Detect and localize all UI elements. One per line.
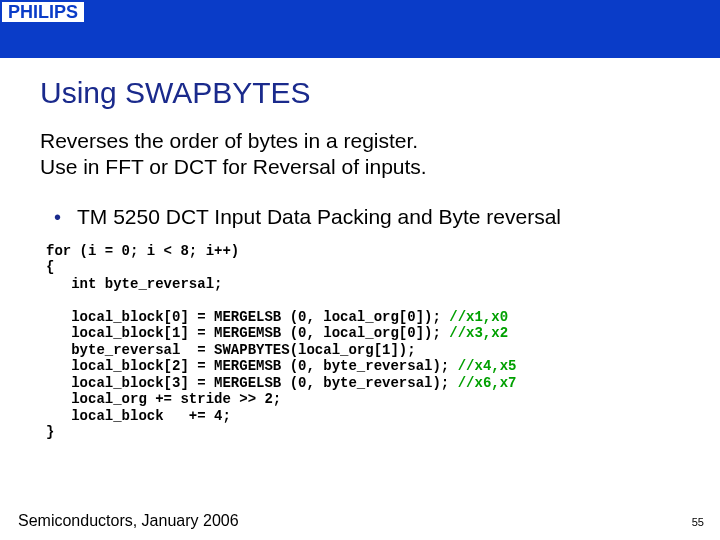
slide-subtitle: Reverses the order of bytes in a registe… bbox=[40, 128, 710, 181]
slide-body: Using SWAPBYTES Reverses the order of by… bbox=[0, 58, 720, 441]
bullet-text: TM 5250 DCT Input Data Packing and Byte … bbox=[77, 205, 561, 229]
code-line: local_block += 4; bbox=[46, 408, 231, 424]
code-line: int byte_reversal; bbox=[46, 276, 222, 292]
code-comment: //x6,x7 bbox=[458, 375, 517, 391]
code-line: local_block[3] = MERGELSB (0, byte_rever… bbox=[46, 375, 458, 391]
code-line: { bbox=[46, 259, 54, 275]
brand-logo: PHILIPS bbox=[2, 2, 84, 22]
header-bar: PHILIPS bbox=[0, 0, 720, 58]
code-line: local_block[1] = MERGEMSB (0, local_org[… bbox=[46, 325, 449, 341]
code-line: for (i = 0; i < 8; i++) bbox=[46, 243, 239, 259]
code-line: byte_reversal = SWAPBYTES(local_org[1]); bbox=[46, 342, 416, 358]
code-comment: //x1,x0 bbox=[449, 309, 508, 325]
slide-title: Using SWAPBYTES bbox=[40, 76, 710, 110]
bullet-item: • TM 5250 DCT Input Data Packing and Byt… bbox=[40, 205, 710, 229]
subtitle-line-2: Use in FFT or DCT for Reversal of inputs… bbox=[40, 155, 427, 178]
code-comment: //x3,x2 bbox=[449, 325, 508, 341]
footer-text: Semiconductors, January 2006 bbox=[18, 512, 239, 530]
page-number: 55 bbox=[692, 516, 704, 528]
logo-wrap: PHILIPS bbox=[0, 0, 84, 22]
code-line: local_block[0] = MERGELSB (0, local_org[… bbox=[46, 309, 449, 325]
code-line: local_org += stride >> 2; bbox=[46, 391, 281, 407]
code-block: for (i = 0; i < 8; i++) { int byte_rever… bbox=[46, 243, 710, 441]
code-line: } bbox=[46, 424, 54, 440]
bullet-dot-icon: • bbox=[54, 207, 61, 227]
code-comment: //x4,x5 bbox=[458, 358, 517, 374]
code-line: local_block[2] = MERGEMSB (0, byte_rever… bbox=[46, 358, 458, 374]
subtitle-line-1: Reverses the order of bytes in a registe… bbox=[40, 129, 418, 152]
